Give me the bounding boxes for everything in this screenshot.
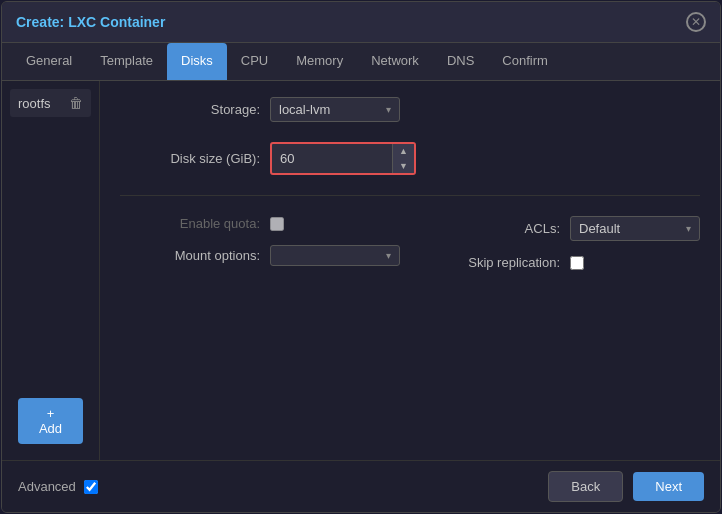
close-button[interactable]: ✕ [686,12,706,32]
mount-options-select[interactable]: ▾ [270,245,400,266]
tab-dns[interactable]: DNS [433,43,488,80]
tab-general[interactable]: General [12,43,86,80]
acls-arrow-icon: ▾ [686,223,691,234]
options-area: Enable quota: Mount options: ▾ [120,216,700,270]
skip-replication-label: Skip replication: [420,255,560,270]
tab-template[interactable]: Template [86,43,167,80]
acls-value: Default [579,221,620,236]
tab-network[interactable]: Network [357,43,433,80]
left-col: Enable quota: Mount options: ▾ [120,216,400,270]
mount-options-label: Mount options: [120,248,260,263]
title-bar: Create: LXC Container ✕ [2,2,720,43]
mount-options-row: Mount options: ▾ [120,245,400,266]
tab-disks[interactable]: Disks [167,43,227,80]
enable-quota-label: Enable quota: [120,216,260,231]
right-col: ACLs: Default ▾ Skip replication: [420,216,700,270]
delete-icon[interactable]: 🗑 [69,95,83,111]
tab-memory[interactable]: Memory [282,43,357,80]
disk-size-spinners: ▲ ▼ [392,144,414,173]
skip-replication-checkbox-wrap [570,256,584,270]
divider [120,195,700,196]
main-panel: Storage: local-lvm ▾ Disk size (GiB): ▲ … [100,81,720,460]
disk-size-label: Disk size (GiB): [120,151,260,166]
disk-size-input[interactable] [272,147,392,170]
disk-sidebar: rootfs 🗑 + Add [2,81,100,460]
enable-quota-row: Enable quota: [120,216,400,231]
next-button[interactable]: Next [633,472,704,501]
acls-label: ACLs: [420,221,560,236]
sidebar-add-area: + Add [10,390,91,452]
enable-quota-checkbox-wrap [270,217,284,231]
advanced-checkbox[interactable] [84,480,98,494]
add-button[interactable]: + Add [18,398,83,444]
footer: Advanced Back Next [2,460,720,512]
storage-arrow-icon: ▾ [386,104,391,115]
storage-select[interactable]: local-lvm ▾ [270,97,400,122]
tab-confirm[interactable]: Confirm [488,43,562,80]
acls-row: ACLs: Default ▾ [420,216,700,241]
acls-select[interactable]: Default ▾ [570,216,700,241]
storage-label: Storage: [120,102,260,117]
disk-size-up-button[interactable]: ▲ [393,144,414,159]
mount-options-arrow-icon: ▾ [386,250,391,261]
sidebar-item-label: rootfs [18,96,51,111]
advanced-area: Advanced [18,479,98,494]
create-lxc-dialog: Create: LXC Container ✕ General Template… [1,1,721,513]
disk-size-down-button[interactable]: ▼ [393,159,414,174]
storage-value: local-lvm [279,102,330,117]
disk-size-field: ▲ ▼ [270,142,416,175]
enable-quota-checkbox[interactable] [270,217,284,231]
tab-cpu[interactable]: CPU [227,43,282,80]
content-area: rootfs 🗑 + Add Storage: local-lvm ▾ Disk… [2,81,720,460]
dialog-title: Create: LXC Container [16,14,165,30]
skip-replication-row: Skip replication: [420,255,700,270]
advanced-label: Advanced [18,479,76,494]
storage-row: Storage: local-lvm ▾ [120,97,700,122]
sidebar-item-rootfs[interactable]: rootfs 🗑 [10,89,91,117]
close-icon: ✕ [691,16,701,28]
disk-size-row: Disk size (GiB): ▲ ▼ [120,142,700,175]
back-button[interactable]: Back [548,471,623,502]
tab-bar: General Template Disks CPU Memory Networ… [2,43,720,81]
skip-replication-checkbox[interactable] [570,256,584,270]
